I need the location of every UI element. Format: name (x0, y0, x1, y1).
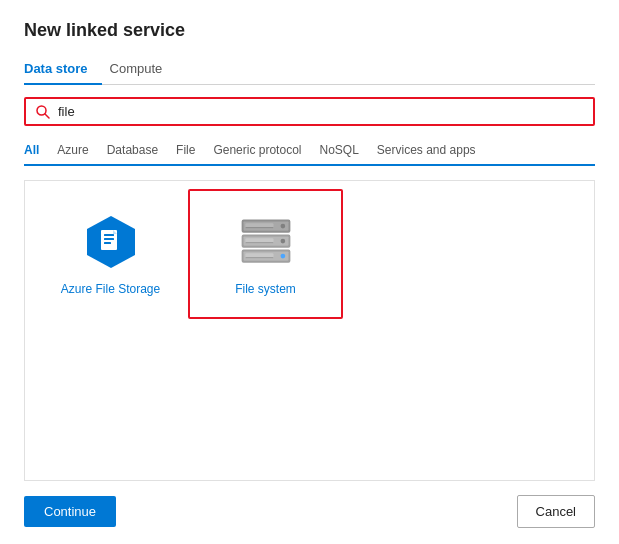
filter-tab-all[interactable]: All (24, 138, 51, 164)
tab-compute[interactable]: Compute (110, 55, 177, 84)
service-card-azure-file-storage[interactable]: Azure File Storage (33, 189, 188, 319)
svg-point-11 (280, 254, 285, 259)
svg-rect-17 (245, 242, 273, 243)
cancel-button[interactable]: Cancel (517, 495, 595, 528)
svg-rect-22 (245, 227, 273, 228)
service-card-file-system[interactable]: File system (188, 189, 343, 319)
search-input[interactable] (58, 104, 583, 119)
continue-button[interactable]: Continue (24, 496, 116, 527)
filter-tabs: All Azure Database File Generic protocol… (24, 138, 595, 166)
azure-file-storage-icon (81, 212, 141, 272)
filter-tab-nosql[interactable]: NoSQL (319, 138, 370, 164)
tab-data-store[interactable]: Data store (24, 55, 102, 84)
svg-line-1 (45, 114, 49, 118)
svg-point-16 (280, 239, 285, 244)
dialog-title: New linked service (24, 20, 595, 41)
filter-tab-azure[interactable]: Azure (57, 138, 100, 164)
svg-rect-12 (245, 257, 273, 258)
file-system-label: File system (235, 282, 296, 296)
filter-tab-file[interactable]: File (176, 138, 207, 164)
svg-point-21 (280, 224, 285, 229)
main-tabs: Data store Compute (24, 55, 595, 85)
service-grid: Azure File Storage (24, 180, 595, 481)
svg-rect-4 (104, 234, 114, 236)
search-row (24, 97, 595, 126)
svg-rect-5 (104, 238, 114, 240)
new-linked-service-dialog: New linked service Data store Compute Al… (0, 0, 619, 544)
search-icon (36, 105, 50, 119)
filter-tab-database[interactable]: Database (107, 138, 170, 164)
file-system-icon (236, 212, 296, 272)
svg-rect-6 (104, 242, 111, 244)
footer: Continue Cancel (24, 481, 595, 528)
filter-tab-services-apps[interactable]: Services and apps (377, 138, 488, 164)
azure-file-storage-label: Azure File Storage (61, 282, 160, 296)
filter-tab-generic-protocol[interactable]: Generic protocol (213, 138, 313, 164)
